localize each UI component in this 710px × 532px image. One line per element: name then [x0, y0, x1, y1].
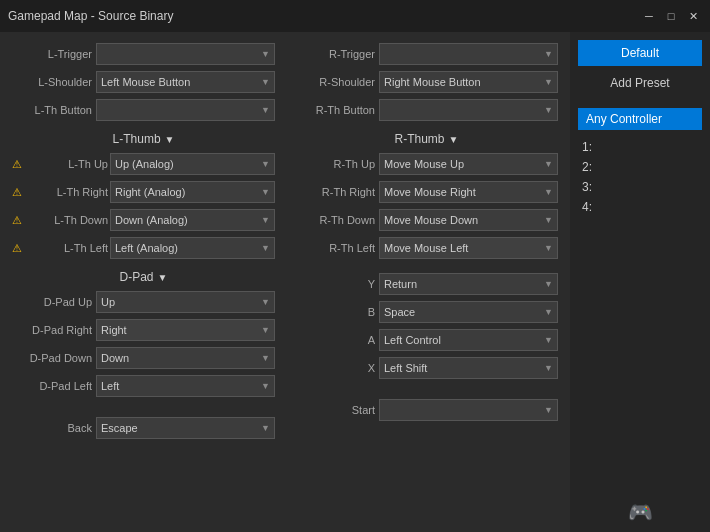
- chevron-down-icon: ▼: [449, 134, 459, 145]
- start-label: Start: [295, 404, 375, 416]
- x-dropdown[interactable]: Left Shift ▼: [379, 357, 558, 379]
- l-th-left-label: L-Th Left: [28, 242, 108, 254]
- default-button[interactable]: Default: [578, 40, 702, 66]
- chevron-down-icon: ▼: [544, 105, 553, 115]
- d-pad-up-dropdown[interactable]: Up ▼: [96, 291, 275, 313]
- r-trigger-dropdown[interactable]: ▼: [379, 43, 558, 65]
- main-container: L-Trigger ▼ L-Shoulder Left Mouse Button…: [0, 32, 710, 532]
- r-th-left-row: R-Th Left Move Mouse Left ▼: [295, 236, 558, 260]
- l-th-right-dropdown[interactable]: Right (Analog) ▼: [110, 181, 275, 203]
- r-th-right-dropdown[interactable]: Move Mouse Right ▼: [379, 181, 558, 203]
- x-row: X Left Shift ▼: [295, 356, 558, 380]
- chevron-down-icon: ▼: [261, 77, 270, 87]
- start-dropdown[interactable]: ▼: [379, 399, 558, 421]
- d-pad-right-row: D-Pad Right Right ▼: [12, 318, 275, 342]
- l-th-button-dropdown[interactable]: ▼: [96, 99, 275, 121]
- l-th-down-label: L-Th Down: [28, 214, 108, 226]
- l-th-down-row: ⚠ L-Th Down Down (Analog) ▼: [12, 208, 275, 232]
- d-pad-left-label: D-Pad Left: [12, 380, 92, 392]
- l-th-up-dropdown[interactable]: Up (Analog) ▼: [110, 153, 275, 175]
- l-trigger-label: L-Trigger: [12, 48, 92, 60]
- l-trigger-dropdown[interactable]: ▼: [96, 43, 275, 65]
- controller-item-1[interactable]: 1:: [578, 138, 702, 156]
- b-row: B Space ▼: [295, 300, 558, 324]
- title-bar: Gamepad Map - Source Binary ─ □ ✕: [0, 0, 710, 32]
- controller-item-4[interactable]: 4:: [578, 198, 702, 216]
- l-th-up-label: L-Th Up: [28, 158, 108, 170]
- right-column: R-Trigger ▼ R-Shoulder Right Mouse Butto…: [295, 42, 558, 522]
- controller-items-list: 1: 2: 3: 4:: [578, 138, 702, 216]
- chevron-down-icon: ▼: [261, 105, 270, 115]
- maximize-button[interactable]: □: [662, 7, 680, 25]
- r-shoulder-dropdown[interactable]: Right Mouse Button ▼: [379, 71, 558, 93]
- l-shoulder-label: L-Shoulder: [12, 76, 92, 88]
- l-shoulder-dropdown[interactable]: Left Mouse Button ▼: [96, 71, 275, 93]
- l-th-left-dropdown[interactable]: Left (Analog) ▼: [110, 237, 275, 259]
- b-dropdown[interactable]: Space ▼: [379, 301, 558, 323]
- r-th-up-row: R-Th Up Move Mouse Up ▼: [295, 152, 558, 176]
- r-th-button-dropdown[interactable]: ▼: [379, 99, 558, 121]
- l-th-right-label: L-Th Right: [28, 186, 108, 198]
- chevron-down-icon: ▼: [544, 159, 553, 169]
- chevron-down-icon: ▼: [261, 423, 270, 433]
- chevron-down-icon: ▼: [261, 297, 270, 307]
- add-preset-button[interactable]: Add Preset: [578, 70, 702, 96]
- controls-grid: L-Trigger ▼ L-Shoulder Left Mouse Button…: [12, 42, 558, 522]
- minimize-button[interactable]: ─: [640, 7, 658, 25]
- d-pad-left-row: D-Pad Left Left ▼: [12, 374, 275, 398]
- controller-item-2[interactable]: 2:: [578, 158, 702, 176]
- back-row: Back Escape ▼: [12, 416, 275, 440]
- l-th-right-row: ⚠ L-Th Right Right (Analog) ▼: [12, 180, 275, 204]
- left-column: L-Trigger ▼ L-Shoulder Left Mouse Button…: [12, 42, 275, 522]
- chevron-down-icon: ▼: [544, 187, 553, 197]
- chevron-down-icon: ▼: [261, 187, 270, 197]
- a-dropdown[interactable]: Left Control ▼: [379, 329, 558, 351]
- r-th-down-dropdown[interactable]: Move Mouse Down ▼: [379, 209, 558, 231]
- a-label: A: [295, 334, 375, 346]
- sidebar: Default Add Preset Any Controller 1: 2: …: [570, 32, 710, 532]
- r-trigger-row: R-Trigger ▼: [295, 42, 558, 66]
- l-th-left-row: ⚠ L-Th Left Left (Analog) ▼: [12, 236, 275, 260]
- chevron-down-icon: ▼: [165, 134, 175, 145]
- l-th-button-row: L-Th Button ▼: [12, 98, 275, 122]
- chevron-down-icon: ▼: [261, 325, 270, 335]
- l-thumb-header: L-Thumb ▼: [12, 132, 275, 146]
- y-label: Y: [295, 278, 375, 290]
- d-pad-right-dropdown[interactable]: Right ▼: [96, 319, 275, 341]
- chevron-down-icon: ▼: [544, 363, 553, 373]
- chevron-down-icon: ▼: [544, 307, 553, 317]
- d-pad-right-label: D-Pad Right: [12, 324, 92, 336]
- warning-icon: ⚠: [12, 186, 26, 199]
- chevron-down-icon: ▼: [544, 243, 553, 253]
- sidebar-bottom: 🎮: [578, 500, 702, 524]
- l-th-down-dropdown[interactable]: Down (Analog) ▼: [110, 209, 275, 231]
- back-dropdown[interactable]: Escape ▼: [96, 417, 275, 439]
- l-shoulder-row: L-Shoulder Left Mouse Button ▼: [12, 70, 275, 94]
- r-shoulder-row: R-Shoulder Right Mouse Button ▼: [295, 70, 558, 94]
- l-th-up-row: ⚠ L-Th Up Up (Analog) ▼: [12, 152, 275, 176]
- content-area: L-Trigger ▼ L-Shoulder Left Mouse Button…: [0, 32, 570, 532]
- chevron-down-icon: ▼: [261, 49, 270, 59]
- d-pad-down-dropdown[interactable]: Down ▼: [96, 347, 275, 369]
- warning-icon: ⚠: [12, 158, 26, 171]
- r-th-left-dropdown[interactable]: Move Mouse Left ▼: [379, 237, 558, 259]
- window-controls: ─ □ ✕: [640, 7, 702, 25]
- start-row: Start ▼: [295, 398, 558, 422]
- close-button[interactable]: ✕: [684, 7, 702, 25]
- r-th-right-row: R-Th Right Move Mouse Right ▼: [295, 180, 558, 204]
- d-pad-header: D-Pad ▼: [12, 270, 275, 284]
- chevron-down-icon: ▼: [261, 243, 270, 253]
- l-trigger-row: L-Trigger ▼: [12, 42, 275, 66]
- r-th-up-dropdown[interactable]: Move Mouse Up ▼: [379, 153, 558, 175]
- d-pad-left-dropdown[interactable]: Left ▼: [96, 375, 275, 397]
- chevron-down-icon: ▼: [544, 49, 553, 59]
- chevron-down-icon: ▼: [544, 77, 553, 87]
- controller-item-3[interactable]: 3:: [578, 178, 702, 196]
- b-label: B: [295, 306, 375, 318]
- chevron-down-icon: ▼: [261, 381, 270, 391]
- r-trigger-label: R-Trigger: [295, 48, 375, 60]
- y-dropdown[interactable]: Return ▼: [379, 273, 558, 295]
- r-shoulder-label: R-Shoulder: [295, 76, 375, 88]
- y-row: Y Return ▼: [295, 272, 558, 296]
- chevron-down-icon: ▼: [261, 215, 270, 225]
